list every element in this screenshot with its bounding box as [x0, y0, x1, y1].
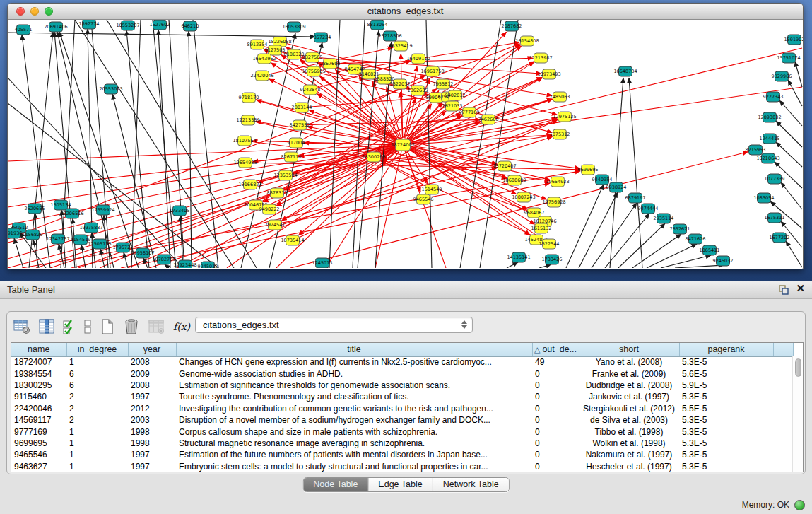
tab-node-table[interactable]: Node Table — [303, 478, 368, 491]
table-cell[interactable]: Disruption of a novel member of a sodium… — [176, 414, 532, 426]
table-cell[interactable]: Estimation of the future numbers of pati… — [176, 449, 532, 460]
table-cell[interactable]: 1997 — [128, 461, 176, 472]
table-cell[interactable]: 5.3E-5 — [679, 438, 773, 449]
network-svg[interactable]: 8912354182260589127505818632816543962932… — [8, 20, 803, 268]
graph-node[interactable]: 7632621 — [670, 224, 690, 234]
table-cell[interactable]: 0 — [532, 368, 579, 379]
float-panel-icon[interactable] — [778, 284, 789, 296]
close-panel-icon[interactable]: ✕ — [796, 282, 805, 295]
table-row[interactable]: 1830029562008Estimation of significance … — [11, 380, 794, 391]
graph-node[interactable]: 12213359 — [236, 115, 259, 125]
graph-node[interactable]: 16648784 — [613, 66, 637, 76]
table-scrollbar-thumb[interactable] — [795, 358, 801, 377]
table-selector-dropdown[interactable]: citations_edges.txt — [195, 317, 473, 333]
select-all-icon[interactable] — [62, 318, 76, 335]
table-cell[interactable]: Investigating the contribution of common… — [176, 403, 532, 414]
table-settings-icon[interactable] — [13, 318, 31, 335]
table-cell[interactable]: 22420046 — [11, 403, 66, 414]
table-cell[interactable]: 0 — [532, 461, 579, 472]
table-cell[interactable]: 5.9E-5 — [679, 380, 773, 391]
graph-node[interactable]: 9329966 — [772, 71, 792, 81]
graph-node[interactable]: 14135141 — [507, 252, 530, 262]
graph-node[interactable]: 1244415 — [760, 134, 780, 144]
table-cell[interactable]: Stergiakouli et al. (2012) — [579, 403, 679, 414]
column-header-year[interactable]: year — [128, 343, 176, 356]
table-cell[interactable]: Changes of HCN gene expression and I(f) … — [176, 356, 532, 368]
graph-node[interactable]: 16409110 — [406, 54, 430, 64]
graph-node[interactable]: 13325419 — [389, 41, 412, 51]
graph-node[interactable]: 12342757 — [46, 234, 69, 244]
column-edit-icon[interactable] — [37, 318, 56, 335]
graph-node[interactable]: 1591902 — [784, 35, 803, 45]
table-cell[interactable]: 1 — [66, 461, 128, 472]
table-row[interactable]: 911546021997Tourette syndrome. Phenomeno… — [11, 391, 794, 402]
table-cell[interactable]: 0 — [532, 449, 579, 460]
graph-node[interactable]: 1733426 — [542, 255, 563, 264]
table-row[interactable]: 2242004622012Investigating the contribut… — [11, 403, 794, 414]
graph-node[interactable]: 9718170 — [239, 93, 259, 103]
column-header-in-degree[interactable]: in_degree — [66, 343, 128, 356]
graph-node[interactable]: 8471626 — [686, 234, 706, 244]
table-row[interactable]: 1872400712008Changes of HCN gene express… — [11, 356, 794, 368]
graph-node[interactable]: 2087682 — [502, 21, 522, 31]
table-cell[interactable]: 14569117 — [11, 414, 66, 426]
table-cell[interactable]: 5.6E-5 — [679, 368, 773, 379]
graph-node[interactable]: 1083054 — [754, 193, 775, 203]
column-header-name[interactable]: name — [11, 343, 66, 356]
table-cell[interactable]: Dudbridge et al. (2008) — [579, 380, 679, 391]
table-cell[interactable]: 49 — [532, 356, 579, 368]
table-row[interactable]: 946362711997Embryonic stem cells: a mode… — [11, 461, 794, 472]
graph-node[interactable]: 19654923 — [546, 177, 569, 187]
tab-edge-table[interactable]: Edge Table — [368, 478, 433, 491]
graph-node[interactable]: 2935114 — [654, 214, 674, 223]
table-cell[interactable]: 1 — [66, 449, 128, 460]
graph-node[interactable]: 1065411 — [700, 245, 720, 255]
function-icon[interactable]: f(x) — [172, 318, 192, 335]
graph-node[interactable]: 15751074 — [777, 53, 800, 63]
column-header-out-de-[interactable]: △out_de... — [532, 343, 579, 356]
graph-node[interactable]: 1675311 — [765, 213, 785, 223]
graph-node[interactable]: 646210 — [182, 21, 199, 31]
table-cell[interactable]: 2012 — [128, 403, 176, 414]
column-header-title[interactable]: title — [176, 343, 532, 356]
table-cell[interactable]: Tibbo et al. (1998) — [579, 426, 679, 437]
table-cell[interactable]: 6 — [66, 380, 128, 391]
table-cell[interactable]: 2 — [66, 414, 128, 426]
table-cell[interactable]: 5.3E-5 — [679, 449, 773, 460]
graph-node[interactable]: 15218506 — [378, 31, 401, 41]
table-cell[interactable]: 2008 — [128, 356, 176, 368]
table-cell[interactable]: 2 — [66, 403, 128, 414]
table-cell[interactable]: 1998 — [128, 426, 176, 437]
graph-node[interactable]: 18756985 — [302, 66, 325, 76]
column-header-short[interactable]: short — [579, 343, 679, 356]
table-cell[interactable]: de Silva et al. (2003) — [579, 414, 679, 426]
graph-node[interactable]: 2620655 — [25, 204, 45, 214]
table-row[interactable]: 946554611997Estimation of the future num… — [11, 449, 794, 460]
table-cell[interactable]: 1 — [66, 438, 128, 449]
table-cell[interactable]: 1 — [66, 356, 128, 368]
tab-network-table[interactable]: Network Table — [433, 478, 509, 491]
table-cell[interactable]: Wolkin et al. (1998) — [579, 438, 679, 449]
graph-node[interactable]: 9440954 — [592, 175, 613, 185]
table-cell[interactable]: 18724007 — [11, 356, 66, 368]
table-cell[interactable]: 1998 — [128, 438, 176, 449]
table-cell[interactable]: 0 — [532, 380, 579, 391]
table-cell[interactable]: 9777169 — [11, 426, 66, 437]
graph-node[interactable]: 9227343 — [763, 92, 784, 102]
graph-node[interactable]: 16053809 — [282, 22, 305, 32]
table-row[interactable]: 1938455462009Genome-wide association stu… — [11, 368, 794, 379]
table-cell[interactable]: 0 — [532, 391, 579, 402]
table-row[interactable]: 969969511998Structural magnetic resonanc… — [11, 438, 794, 449]
table-cell[interactable]: Structural magnetic resonance image aver… — [176, 438, 532, 449]
table-cell[interactable]: Yano et al. (2008) — [579, 356, 679, 368]
table-cell[interactable]: 9115460 — [11, 391, 66, 402]
table-cell[interactable]: 2009 — [128, 368, 176, 379]
table-cell[interactable]: 2 — [66, 391, 128, 402]
minimize-window-button[interactable] — [30, 7, 39, 16]
table-cell[interactable]: Nakamura et al. (1997) — [579, 449, 679, 460]
table-cell[interactable]: Estimation of significance thresholds fo… — [176, 380, 532, 391]
table-cell[interactable]: 5.5E-5 — [679, 403, 773, 414]
graph-node[interactable]: 8813054 — [367, 20, 388, 30]
table-row[interactable]: 977716911998Corpus callosum shape and si… — [11, 426, 794, 437]
deselect-all-icon[interactable] — [83, 318, 93, 335]
